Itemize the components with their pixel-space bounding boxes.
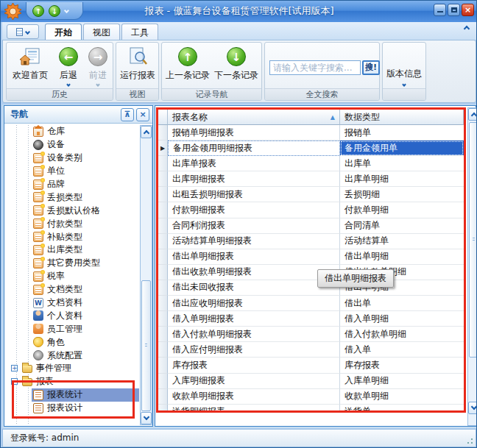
tab-tools[interactable]: 工具 (121, 24, 158, 40)
cell-report-name[interactable]: 借出应收明细报表 (168, 296, 340, 311)
cell-report-name[interactable]: 借入单明细报表 (168, 311, 340, 327)
cell-report-name[interactable]: 借入付款单明细报表 (168, 327, 340, 342)
back-button[interactable]: ← 后退 (54, 45, 83, 89)
table-row[interactable]: 付款明细报表付款单明细 (158, 202, 464, 218)
tree-item[interactable]: 仓库 (5, 125, 139, 138)
cell-report-name[interactable]: 借入应付明细报表 (168, 342, 340, 358)
resize-grip[interactable] (466, 437, 473, 444)
tree-item[interactable]: 其它费用类型 (5, 257, 139, 270)
cell-data-type[interactable]: 付款单明细 (340, 202, 464, 218)
tree-item[interactable]: 丢损类型 (5, 191, 139, 204)
cell-report-name[interactable]: 出租丢损明细报表 (168, 187, 340, 202)
tree-item[interactable]: 单位 (5, 165, 139, 178)
cell-data-type[interactable]: 合同清单 (340, 218, 464, 234)
table-row[interactable]: 借入应付明细报表借入单 (158, 342, 464, 358)
minimize-button[interactable] (434, 4, 446, 16)
table-row[interactable]: 出库明细报表出库单明细 (158, 171, 464, 187)
table-row[interactable]: 出租丢损明细报表丢损明细 (158, 187, 464, 202)
tree-item[interactable]: 报表统计 (5, 388, 139, 402)
table-row[interactable]: 库存报表库存报表 (158, 358, 464, 373)
cell-data-type[interactable]: 出库单 (340, 156, 464, 171)
cell-report-name[interactable]: 借出收款单明细报表 (168, 265, 340, 280)
collapse-icon[interactable]: − (11, 378, 18, 385)
search-input[interactable] (269, 60, 361, 75)
expand-icon[interactable]: + (11, 365, 18, 371)
prev-record-button[interactable]: ↑ 上一条记录 (163, 45, 212, 89)
qat-dropdown-icon[interactable] (64, 8, 69, 13)
tree-item[interactable]: 丢损默认价格 (5, 204, 139, 217)
cell-data-type[interactable]: 收款单明细 (340, 389, 464, 405)
grid-scroll-down-button[interactable] (468, 402, 477, 414)
tree-item[interactable]: 补贴类型 (5, 230, 139, 243)
next-record-button[interactable]: ↓ 下一条记录 (212, 45, 261, 89)
table-row[interactable]: 借入单明细报表借入单明细 (158, 311, 464, 327)
cell-data-type[interactable]: 借出单明细 (340, 249, 464, 265)
tree-scrollbar[interactable] (140, 125, 152, 425)
tree-item[interactable]: 品牌 (5, 178, 139, 191)
grid-scroll-up-button[interactable] (468, 108, 477, 121)
table-row[interactable]: 借出应收明细报表借出单 (158, 296, 464, 311)
cell-report-name[interactable]: 入库明细报表 (168, 374, 340, 389)
table-row[interactable]: 活动结算单明细报表活动结算单 (158, 234, 464, 249)
close-button[interactable]: × (462, 4, 474, 16)
cell-report-name[interactable]: 备用金领用明细报表 (168, 141, 340, 156)
cell-data-type[interactable]: 报销单 (340, 125, 464, 141)
cell-report-name[interactable]: 出库单报表 (168, 156, 340, 171)
tree-item[interactable]: 报表设计 (5, 402, 139, 415)
panel-close-button[interactable]: × (136, 108, 149, 121)
tree-item[interactable]: −报表 (5, 375, 139, 388)
cell-data-type[interactable]: 活动结算单 (340, 234, 464, 249)
cell-data-type[interactable]: 库存报表 (340, 358, 464, 373)
tab-view[interactable]: 视图 (83, 24, 120, 40)
tree-item[interactable]: 角色 (5, 335, 139, 349)
cell-report-name[interactable]: 送货明细报表 (168, 405, 340, 413)
tree-item[interactable]: +事件管理 (5, 362, 139, 375)
cell-report-name[interactable]: 出库明细报表 (168, 171, 340, 187)
tree-item[interactable]: 系统配置 (5, 349, 139, 362)
table-row[interactable]: 入库明细报表入库单明细 (158, 374, 464, 389)
tree-item[interactable]: 税率 (5, 270, 139, 283)
cell-report-name[interactable]: 报销单明细报表 (168, 125, 340, 141)
table-row[interactable]: 借出未回收报表借出单明细 (158, 280, 464, 296)
cell-data-type[interactable]: 入库单明细 (340, 374, 464, 389)
cell-data-type[interactable]: 出库单明细 (340, 171, 464, 187)
table-row[interactable]: 借入付款单明细报表借入付款单明细 (158, 327, 464, 342)
tab-start[interactable]: 开始 (45, 24, 82, 40)
cell-data-type[interactable]: 借入单 (340, 342, 464, 358)
version-info-button[interactable]: 版本信息 (383, 68, 425, 86)
table-row[interactable]: 收款单明细报表收款单明细 (158, 389, 464, 405)
grid-header-report-name[interactable]: 报表名称 ▲ (168, 110, 340, 125)
table-row[interactable]: ▶备用金领用明细报表备用金领用单 (158, 141, 464, 156)
tree-item[interactable]: 设备类别 (5, 152, 139, 165)
tree-item[interactable]: 出库类型 (5, 243, 139, 257)
table-row[interactable]: 报销单明细报表报销单 (158, 125, 464, 141)
cell-data-type[interactable]: 借出单 (340, 296, 464, 311)
tree-item[interactable]: W文档资料 (5, 296, 139, 310)
run-report-button[interactable]: 运行报表 (118, 45, 158, 89)
cell-data-type[interactable]: 借入付款单明细 (340, 327, 464, 342)
tree-item[interactable]: 设备 (5, 138, 139, 152)
cell-data-type[interactable]: 送货单 (340, 405, 464, 413)
tree-scroll-thumb[interactable] (141, 280, 151, 411)
tree-item[interactable]: 员工管理 (5, 322, 139, 335)
tree-scroll-down-button[interactable] (141, 412, 152, 424)
tree-item[interactable]: 付款类型 (5, 217, 139, 230)
search-button[interactable]: 搜! (362, 60, 380, 75)
tree-item[interactable]: 文档类型 (5, 283, 139, 296)
cell-report-name[interactable]: 收款单明细报表 (168, 389, 340, 405)
cell-data-type[interactable]: 备用金领用单 (340, 141, 464, 156)
cell-data-type[interactable]: 借入单明细 (340, 311, 464, 327)
grid-header-data-type[interactable]: 数据类型 (340, 110, 464, 125)
cell-report-name[interactable]: 合同利润报表 (168, 218, 340, 234)
table-row[interactable]: 合同利润报表合同清单 (158, 218, 464, 234)
tree-item[interactable]: 个人资料 (5, 309, 139, 322)
cell-report-name[interactable]: 库存报表 (168, 358, 340, 373)
table-row[interactable]: 借出单明细报表借出单明细 (158, 249, 464, 265)
table-row[interactable]: 借出收款单明细报表借出收款单明细 (158, 265, 464, 280)
cell-report-name[interactable]: 付款明细报表 (168, 202, 340, 218)
tree-scroll-up-button[interactable] (141, 126, 152, 138)
maximize-button[interactable] (448, 4, 460, 16)
grid-scroll-thumb[interactable] (469, 122, 477, 358)
cell-data-type[interactable]: 丢损明细 (340, 187, 464, 202)
welcome-home-button[interactable]: 欢迎首页 (8, 45, 52, 89)
